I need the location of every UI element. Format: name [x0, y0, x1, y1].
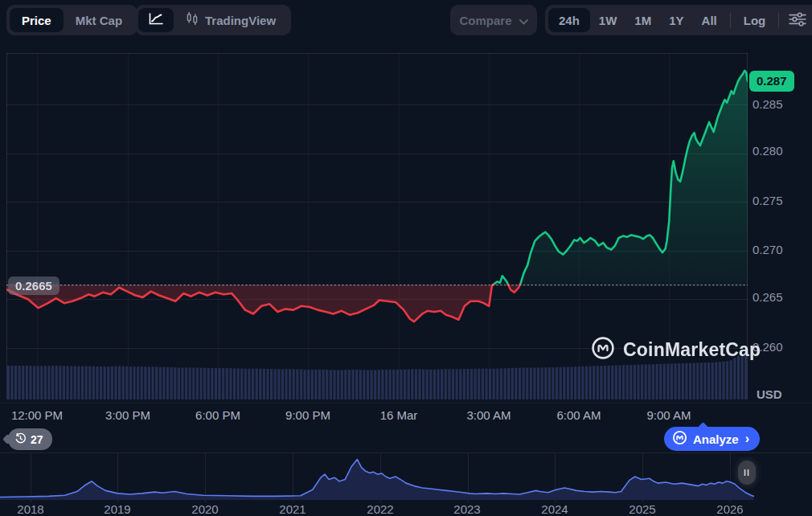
- candlestick-icon: [186, 11, 199, 29]
- sliders-icon: [789, 12, 806, 29]
- range-24h-button[interactable]: 24h: [548, 8, 590, 32]
- open-price-label: 0.2665: [8, 276, 59, 295]
- mkt-cap-tab[interactable]: Mkt Cap: [64, 8, 134, 32]
- divider: [730, 13, 731, 27]
- line-chart-icon: [149, 13, 163, 27]
- x-axis-label: 3:00 AM: [466, 408, 511, 422]
- year-label: 2021: [279, 503, 306, 516]
- compare-label: Compare: [459, 14, 511, 27]
- range-1m-button[interactable]: 1M: [625, 8, 660, 32]
- watermark-label: CoinMarketCap: [623, 339, 761, 361]
- history-navigator-chart[interactable]: [0, 453, 812, 502]
- y-axis-label: 0.285: [753, 97, 783, 112]
- line-chart-tab[interactable]: [138, 8, 174, 32]
- price-tab[interactable]: Price: [10, 8, 64, 32]
- x-axis-label: 12:00 PM: [11, 408, 63, 422]
- year-label: 2019: [104, 503, 130, 516]
- divider: [0, 403, 812, 403]
- chart-style-toggle: TradingView: [135, 5, 291, 35]
- year-label: 2018: [17, 503, 43, 516]
- y-axis-label: 0.270: [753, 243, 783, 257]
- current-price-badge: 0.287: [749, 71, 794, 92]
- divider: [778, 13, 779, 27]
- history-clock-icon: [14, 432, 27, 447]
- compare-button[interactable]: Compare: [450, 5, 537, 35]
- log-scale-button[interactable]: Log: [735, 8, 775, 32]
- x-axis-label: 9:00 PM: [285, 408, 330, 422]
- x-axis-label: 3:00 PM: [105, 408, 150, 422]
- history-count: 27: [31, 433, 43, 446]
- chevron-right-icon: ›: [745, 432, 749, 446]
- chevron-down-icon: [519, 14, 528, 27]
- history-count-badge[interactable]: 27: [8, 428, 52, 450]
- year-label: 2022: [367, 503, 393, 516]
- chart-settings-button[interactable]: [783, 8, 812, 32]
- year-label: 2025: [629, 503, 655, 516]
- tradingview-label: TradingView: [205, 14, 276, 27]
- range-handle[interactable]: II: [738, 461, 756, 485]
- y-axis-label: 0.265: [753, 290, 783, 305]
- x-axis-label: 6:00 PM: [195, 408, 240, 422]
- range-all-button[interactable]: All: [693, 8, 726, 32]
- x-axis-label: 6:00 AM: [556, 408, 601, 422]
- range-1w-button[interactable]: 1W: [590, 8, 626, 32]
- range-1y-button[interactable]: 1Y: [660, 8, 692, 32]
- currency-unit-label: USD: [757, 387, 782, 401]
- x-axis-label: 16 Mar: [380, 408, 418, 422]
- y-axis-label: 0.280: [753, 144, 783, 158]
- year-label: 2023: [453, 503, 480, 516]
- tradingview-tab[interactable]: TradingView: [174, 8, 288, 32]
- price-chart-screen: Price Mkt Cap TradingView Compare: [0, 0, 812, 516]
- watermark: CoinMarketCap: [591, 336, 761, 363]
- year-label: 2024: [541, 503, 568, 516]
- analyze-label: Analyze: [693, 432, 739, 446]
- time-range-selector: 24h 1W 1M 1Y All Log: [545, 5, 812, 35]
- analyze-button[interactable]: Analyze ›: [664, 427, 760, 451]
- y-axis-label: 0.275: [753, 194, 783, 208]
- chart-type-toggle: Price Mkt Cap: [6, 5, 137, 35]
- year-label: 2020: [191, 503, 218, 516]
- analyze-logo-icon: [672, 430, 687, 448]
- x-axis-label: 9:00 AM: [646, 408, 691, 422]
- coinmarketcap-logo-icon: [591, 336, 615, 363]
- year-label: 2026: [716, 503, 743, 516]
